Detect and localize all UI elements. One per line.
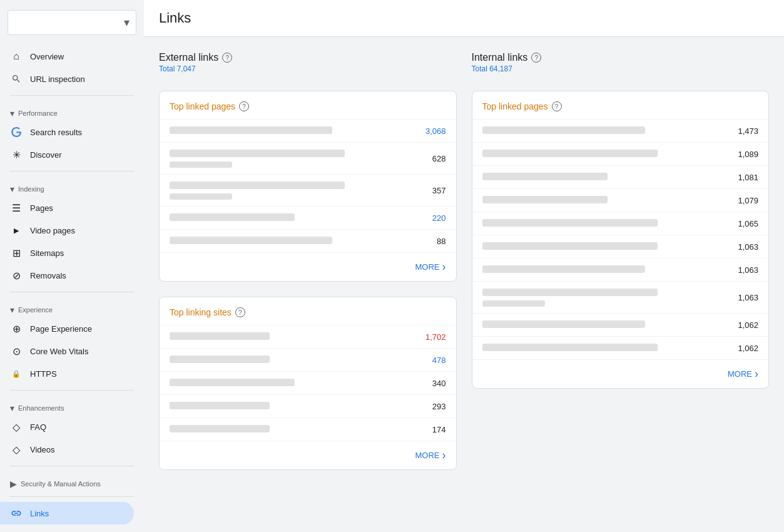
row-count: 1,065 <box>727 219 758 228</box>
table-row[interactable]: 357 <box>160 174 456 206</box>
sidebar: ▾ Overview URL inspection ▾ Performance … <box>0 0 144 532</box>
sidebar-item-settings[interactable]: Settings <box>0 524 134 532</box>
url-text <box>170 379 295 386</box>
table-row[interactable]: 174 <box>160 417 456 441</box>
table-row[interactable]: 478 <box>160 348 456 371</box>
sidebar-item-label: Videos <box>30 445 55 454</box>
sidebar-item-video-pages[interactable]: Video pages <box>0 219 134 242</box>
sidebar-item-links[interactable]: Links <box>0 502 134 524</box>
sidebar-item-label: Video pages <box>30 226 75 235</box>
row-count: 1,079 <box>727 196 758 205</box>
sidebar-item-videos[interactable]: Videos <box>0 438 134 461</box>
sidebar-item-label: FAQ <box>30 422 46 432</box>
table-row[interactable]: 1,062 <box>472 313 769 336</box>
table-row[interactable]: 1,079 <box>472 188 769 212</box>
sidebar-item-sitemaps[interactable]: Sitemaps <box>0 242 134 264</box>
section-label: Experience <box>18 306 53 314</box>
videos-icon <box>10 443 23 456</box>
chevron-down-icon: ▾ <box>124 16 130 29</box>
row-count: 1,063 <box>727 242 758 252</box>
sidebar-item-search-results[interactable]: Search results <box>0 121 134 143</box>
row-count: 1,062 <box>727 320 758 330</box>
internal-links-help-icon[interactable]: ? <box>531 53 541 63</box>
ext-top-linked-more: MORE <box>160 252 456 281</box>
table-row[interactable]: 1,063 <box>472 281 769 313</box>
int-top-linked-help-icon[interactable]: ? <box>552 101 562 111</box>
sidebar-item-core-web-vitals[interactable]: Core Web Vitals <box>0 340 134 362</box>
sidebar-item-faq[interactable]: FAQ <box>0 416 134 438</box>
url-text <box>170 182 345 189</box>
section-label: Security & Manual Actions <box>21 480 101 488</box>
row-count: 357 <box>415 186 446 195</box>
sidebar-item-overview[interactable]: Overview <box>0 45 134 68</box>
section-enhancements[interactable]: ▾ Enhancements <box>0 396 144 416</box>
url-subtext <box>482 300 545 307</box>
row-url <box>482 126 728 136</box>
sidebar-item-label: HTTPS <box>30 369 57 379</box>
external-links-help-icon[interactable]: ? <box>222 53 232 63</box>
table-row[interactable]: 340 <box>160 371 456 394</box>
ext-top-linked-help-icon[interactable]: ? <box>239 101 249 111</box>
section-performance[interactable]: ▾ Performance <box>0 101 144 121</box>
sidebar-divider-4 <box>10 390 134 391</box>
ext-top-linking-help-icon[interactable]: ? <box>235 307 245 317</box>
table-row[interactable]: 1,473 <box>472 119 769 142</box>
row-url <box>170 355 415 365</box>
sidebar-item-discover[interactable]: Discover <box>0 143 134 166</box>
table-row[interactable]: 1,081 <box>472 165 769 188</box>
sidebar-item-url-inspection[interactable]: URL inspection <box>0 68 134 90</box>
row-count: 1,081 <box>727 173 758 182</box>
section-indexing[interactable]: ▾ Indexing <box>0 176 144 197</box>
more-link[interactable]: MORE <box>415 449 446 462</box>
table-row[interactable]: 1,065 <box>472 212 769 235</box>
table-row[interactable]: 1,063 <box>472 235 769 258</box>
ext-top-linking-sites-card: Top linking sites ? 1,702 478 <box>159 297 457 470</box>
row-url <box>482 242 728 252</box>
internal-links-total: Total 64,187 <box>472 64 770 73</box>
row-url <box>170 181 415 200</box>
row-url <box>170 213 415 223</box>
table-row[interactable]: 293 <box>160 394 456 417</box>
url-text <box>170 425 270 432</box>
int-top-linked-pages-title: Top linked pages ? <box>472 91 769 119</box>
row-count: 1,063 <box>727 293 758 302</box>
row-url <box>170 236 415 246</box>
section-experience[interactable]: ▾ Experience <box>0 297 144 317</box>
section-label: Indexing <box>18 185 44 193</box>
url-text <box>170 237 332 244</box>
sidebar-item-removals[interactable]: Removals <box>0 264 134 287</box>
sidebar-item-label: Overview <box>30 52 64 61</box>
google-icon <box>10 126 23 138</box>
table-row[interactable]: 88 <box>160 229 456 252</box>
sidebar-item-https[interactable]: HTTPS <box>0 362 134 385</box>
faq-icon <box>10 421 23 433</box>
sidebar-item-pages[interactable]: Pages <box>0 197 134 219</box>
section-security[interactable]: ▶ Security & Manual Actions <box>0 471 144 491</box>
row-count: 628 <box>415 154 446 163</box>
home-icon <box>10 50 23 63</box>
table-row[interactable]: 628 <box>160 142 456 174</box>
more-link[interactable]: MORE <box>415 260 446 274</box>
row-count: 478 <box>415 356 446 365</box>
row-url <box>170 424 415 434</box>
table-row[interactable]: 1,702 <box>160 325 456 348</box>
url-text <box>482 242 658 250</box>
sidebar-item-label: Search results <box>30 128 82 137</box>
sidebar-item-label: Removals <box>30 271 66 280</box>
more-link[interactable]: MORE <box>728 367 758 381</box>
table-row[interactable]: 1,063 <box>472 258 769 281</box>
ext-top-linking-sites-title: Top linking sites ? <box>160 297 456 325</box>
page-experience-icon <box>10 322 23 335</box>
url-text <box>482 219 658 227</box>
property-selector[interactable]: ▾ <box>8 10 136 35</box>
chevron-right-icon <box>755 367 758 381</box>
url-text <box>482 126 645 134</box>
table-row[interactable]: 1,062 <box>472 336 769 359</box>
sidebar-item-page-experience[interactable]: Page Experience <box>0 317 134 340</box>
table-row[interactable]: 1,089 <box>472 142 769 165</box>
table-row[interactable]: 3,068 <box>160 119 456 142</box>
table-row[interactable]: 220 <box>160 206 456 229</box>
expand-icon: ▾ <box>10 305 14 315</box>
row-count: 1,063 <box>727 265 758 275</box>
url-subtext <box>170 193 232 200</box>
